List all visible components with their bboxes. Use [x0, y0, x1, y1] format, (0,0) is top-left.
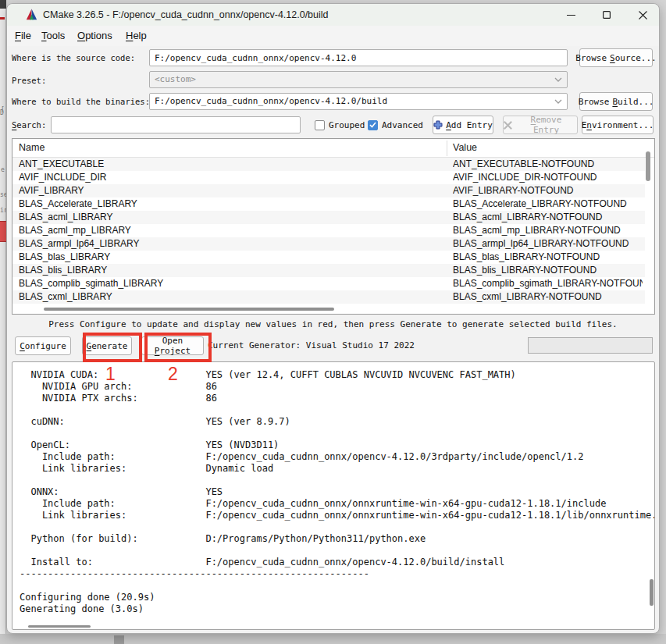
column-separator: [447, 141, 447, 156]
plus-icon: [433, 120, 443, 130]
grouped-checkbox[interactable]: Grouped: [315, 119, 365, 131]
table-row[interactable]: BLAS_cxml_LIBRARY BLAS_cxml_LIBRARY-NOTF…: [12, 290, 645, 304]
table-row[interactable]: BLAS_acml_mp_LIBRARY BLAS_acml_mp_LIBRAR…: [12, 224, 645, 237]
preset-select[interactable]: <custom>: [149, 71, 568, 88]
background-fragment: [114, 635, 124, 644]
maximize-button[interactable]: [591, 4, 622, 26]
minimize-button[interactable]: [555, 4, 586, 26]
build-binaries-label: Where to build the binaries:: [12, 97, 150, 106]
build-path-value: F:/opencv_cuda_cudnn_onnx/opencv-4.12.0/…: [155, 94, 551, 109]
progress-bar: [528, 337, 653, 354]
table-row[interactable]: BLAS_blas_LIBRARY BLAS_blas_LIBRARY-NOTF…: [12, 251, 645, 264]
background-fragment: e: [1, 166, 5, 173]
desktop-background-strip: [0, 634, 666, 644]
maximize-icon: [603, 11, 611, 19]
log-vertical-scrollbar[interactable]: [650, 579, 654, 606]
source-path-input[interactable]: [149, 49, 568, 66]
background-window-sliver: [ D e se ir: [0, 0, 6, 644]
background-fragment: D: [0, 109, 4, 116]
table-horizontal-scrollbar[interactable]: [44, 308, 334, 311]
remove-entry-button[interactable]: Remove Entry: [503, 116, 578, 134]
table-body: ANT_EXECUTABLE ANT_EXECUTABLE-NOTFOUND A…: [12, 158, 645, 304]
table-row[interactable]: BLAS_armpl_lp64_LIBRARY BLAS_armpl_lp64_…: [12, 237, 645, 251]
titlebar[interactable]: CMake 3.26.5 - F:/opencv_cuda_cudnn_onnx…: [7, 4, 659, 26]
menu-tools[interactable]: Tools: [41, 30, 65, 41]
annotation-number-2: 2: [168, 364, 178, 385]
configure-button[interactable]: Configure: [15, 336, 71, 355]
annotation-number-1: 1: [105, 364, 116, 385]
table-header: Name Value: [12, 139, 654, 158]
preset-value: <custom>: [155, 72, 551, 87]
chevron-down-icon: [554, 99, 562, 104]
background-fragment: [0, 17, 5, 20]
current-generator-label: Current Generator: Visual Studio 17 2022: [208, 340, 415, 350]
table-row[interactable]: ANT_EXECUTABLE ANT_EXECUTABLE-NOTFOUND: [12, 158, 645, 171]
checkbox-checked-icon: [368, 120, 378, 130]
table-row[interactable]: BLAS_blis_LIBRARY BLAS_blis_LIBRARY-NOTF…: [12, 264, 645, 277]
x-icon: [504, 121, 512, 130]
chevron-down-icon: [554, 77, 562, 82]
log-text: NVIDIA CUDA: YES (ver 12.4, CUFFT CUBLAS…: [12, 362, 654, 615]
log-horizontal-scrollbar[interactable]: [28, 625, 91, 628]
search-label: Search:: [12, 120, 46, 130]
background-fragment: [0, 0, 6, 9]
build-path-select[interactable]: F:/opencv_cuda_cudnn_onnx/opencv-4.12.0/…: [149, 93, 568, 110]
browse-build-button[interactable]: Browse Build...: [579, 92, 653, 111]
menu-options[interactable]: Options: [77, 30, 112, 41]
table-row[interactable]: AVIF_LIBRARY AVIF_LIBRARY-NOTFOUND: [12, 184, 645, 197]
name-column-header[interactable]: Name: [19, 142, 45, 153]
annotation-box-open-project: [144, 333, 212, 362]
menubar: File Tools Options Help: [7, 26, 659, 46]
table-vertical-scrollbar[interactable]: [646, 151, 650, 181]
environment-button[interactable]: Environment...: [582, 116, 654, 134]
browse-source-button[interactable]: Browse Source...: [579, 48, 653, 67]
search-input[interactable]: [51, 116, 301, 133]
instruction-text: Press Configure to update and display ne…: [7, 319, 659, 329]
annotation-box-generate: [83, 333, 142, 362]
background-red-fragment: [0, 221, 6, 242]
add-entry-button[interactable]: Add Entry: [433, 116, 493, 134]
table-row[interactable]: BLAS_acml_LIBRARY BLAS_acml_LIBRARY-NOTF…: [12, 211, 645, 224]
checkbox-unchecked-icon: [315, 120, 325, 130]
cmake-window: CMake 3.26.5 - F:/opencv_cuda_cudnn_onnx…: [6, 3, 660, 634]
close-icon: [639, 11, 647, 20]
table-row[interactable]: BLAS_Accelerate_LIBRARY BLAS_Accelerate_…: [12, 197, 645, 211]
advanced-checkbox[interactable]: Advanced: [368, 119, 423, 131]
menu-file[interactable]: File: [15, 30, 31, 41]
table-row[interactable]: AVIF_INCLUDE_DIR AVIF_INCLUDE_DIR-NOTFOU…: [12, 171, 645, 184]
minimize-icon: [567, 11, 575, 20]
preset-label: Preset:: [12, 76, 46, 85]
source-code-label: Where is the source code:: [12, 53, 135, 62]
value-column-header[interactable]: Value: [453, 142, 477, 153]
cache-table: Name Value ANT_EXECUTABLE ANT_EXECUTABLE…: [12, 138, 655, 315]
menu-help[interactable]: Help: [126, 30, 147, 41]
output-log[interactable]: NVIDIA CUDA: YES (ver 12.4, CUFFT CUBLAS…: [12, 361, 655, 630]
window-title: CMake 3.26.5 - F:/opencv_cuda_cudnn_onnx…: [43, 9, 329, 20]
cmake-logo-icon: [26, 9, 37, 20]
table-row[interactable]: BLAS_complib_sgimath_LIBRARY BLAS_compli…: [12, 277, 645, 290]
close-button[interactable]: [627, 4, 658, 26]
